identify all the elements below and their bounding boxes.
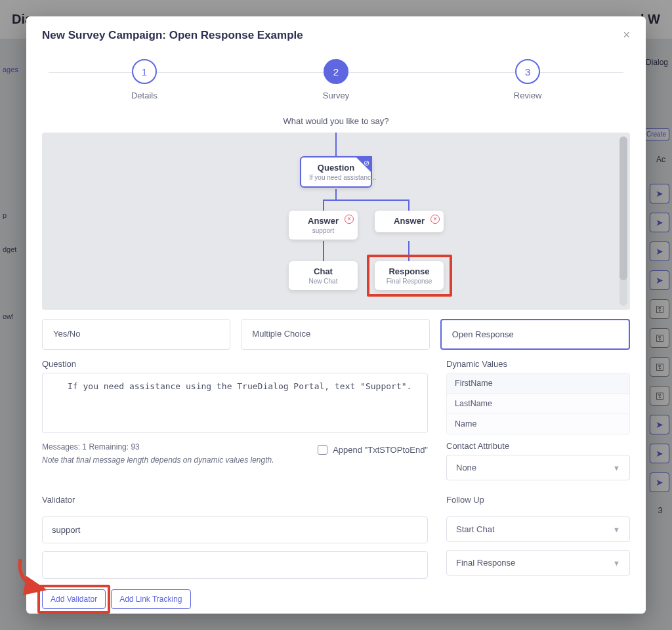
scrollbar-thumb[interactable] — [620, 136, 627, 280]
step-number: 2 — [324, 59, 348, 84]
select-value: None — [456, 463, 476, 472]
wizard-stepper: 1 Details 2 Survey 3 Review — [49, 59, 623, 100]
select-value: Start Chat — [456, 524, 495, 534]
survey-campaign-modal: New Survey Campaign: Open Response Examp… — [26, 16, 646, 614]
step-details[interactable]: 1 Details — [49, 59, 240, 100]
tree-node-answer-blank[interactable]: × Answer — [375, 211, 444, 232]
prompt-text: What would you like to say? — [42, 116, 630, 126]
dynamic-values-list: FirstName LastName Name — [446, 373, 630, 434]
chevron-down-icon: ▼ — [613, 559, 620, 567]
delete-icon[interactable]: × — [345, 215, 354, 224]
step-label: Review — [514, 91, 542, 100]
step-label: Details — [131, 91, 158, 100]
tree-node-response[interactable]: Response Final Response — [375, 261, 444, 290]
node-title: Answer — [383, 216, 436, 226]
append-stop-checkbox[interactable] — [318, 445, 327, 455]
contact-attribute-select[interactable]: None ▼ — [446, 455, 630, 480]
node-subtitle: Final Response — [383, 278, 436, 285]
dv-item-lastname[interactable]: LastName — [447, 394, 629, 414]
add-link-tracking-button[interactable]: Add Link Tracking — [111, 589, 190, 609]
dv-item-name[interactable]: Name — [447, 414, 629, 434]
dv-item-firstname[interactable]: FirstName — [447, 373, 629, 394]
followup-select-1[interactable]: Start Chat ▼ — [446, 516, 630, 542]
delete-icon[interactable]: × — [430, 215, 440, 224]
validator-label: Validator — [42, 495, 428, 505]
canvas-scrollbar[interactable] — [620, 136, 627, 306]
step-label: Survey — [323, 91, 349, 100]
tab-yes-no[interactable]: Yes/No — [42, 319, 230, 350]
contact-attribute-label: Contact Attribute — [446, 441, 630, 451]
dynamic-values-label: Dynamic Values — [446, 359, 630, 369]
step-number: 1 — [132, 59, 157, 84]
node-title: Answer — [297, 216, 350, 226]
append-stop-label: Append "TxtSTOPtoEnd" — [333, 445, 428, 455]
node-title: Chat — [297, 266, 350, 276]
select-value: Final Response — [456, 558, 515, 568]
followup-select-2[interactable]: Final Response ▼ — [446, 550, 630, 576]
tab-open-response[interactable]: Open Response — [440, 319, 630, 350]
tab-multiple-choice[interactable]: Multiple Choice — [241, 319, 429, 350]
tree-node-question[interactable]: ⊘ Question If you need assistanc... — [300, 156, 372, 188]
chevron-down-icon: ▼ — [613, 526, 620, 534]
question-label: Question — [42, 359, 428, 369]
length-note: Note that final message length depends o… — [42, 455, 428, 465]
modal-title: New Survey Campaign: Open Response Examp… — [42, 29, 303, 42]
check-icon: ⊘ — [364, 159, 369, 167]
tree-node-answer-support[interactable]: × Answer support — [289, 211, 358, 240]
node-subtitle: New Chat — [297, 278, 350, 285]
close-icon[interactable]: × — [623, 28, 630, 42]
node-subtitle: If you need assistanc... — [309, 174, 363, 181]
step-review[interactable]: 3 Review — [432, 59, 623, 100]
node-subtitle: support — [297, 227, 350, 234]
validator-input-2[interactable] — [42, 551, 428, 579]
step-number: 3 — [515, 59, 540, 84]
tree-node-chat[interactable]: Chat New Chat — [289, 261, 358, 290]
survey-tree-canvas[interactable]: ⊘ Question If you need assistanc... × An… — [42, 133, 630, 310]
step-survey[interactable]: 2 Survey — [240, 59, 432, 100]
validator-input-1[interactable]: support — [42, 516, 428, 543]
question-textarea[interactable] — [42, 373, 428, 433]
add-validator-button[interactable]: Add Validator — [42, 589, 106, 609]
node-title: Response — [383, 266, 436, 276]
chevron-down-icon: ▼ — [613, 464, 620, 472]
followup-label: Follow Up — [446, 495, 630, 505]
